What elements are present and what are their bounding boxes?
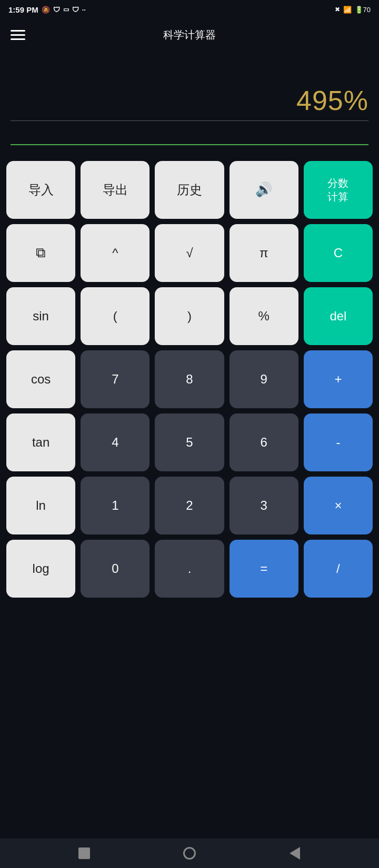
tan-button[interactable]: tan xyxy=(6,413,75,471)
percent-button[interactable]: % xyxy=(230,287,298,345)
dots-icon: ·· xyxy=(82,6,86,14)
mute-icon: 🔕 xyxy=(42,6,50,14)
keypad: 导入导出历史🔊分数 计算⧉^√πCsin()%delcos789+tan456-… xyxy=(0,156,379,839)
main-divider xyxy=(11,120,368,121)
minus-button[interactable]: - xyxy=(304,413,373,471)
key-row-4: tan456- xyxy=(6,413,373,471)
vpn2-icon: 🛡 xyxy=(72,6,79,14)
log-button[interactable]: log xyxy=(6,540,75,598)
stop-icon xyxy=(78,847,90,859)
delete-button[interactable]: del xyxy=(304,287,373,345)
key-2[interactable]: 2 xyxy=(155,477,224,534)
history-button[interactable]: 历史 xyxy=(155,161,224,219)
display-area: 495% xyxy=(0,51,379,156)
decimal-button[interactable]: . xyxy=(155,540,224,598)
green-divider xyxy=(11,144,368,145)
key-6[interactable]: 6 xyxy=(230,413,298,471)
nav-back-button[interactable] xyxy=(287,846,302,861)
back-icon xyxy=(290,847,300,860)
sound-button[interactable]: 🔊 xyxy=(230,161,298,219)
status-right-icons: ✖ 📶 🔋70 xyxy=(335,6,371,14)
fraction-calc-button[interactable]: 分数 计算 xyxy=(304,161,373,219)
key-5[interactable]: 5 xyxy=(155,413,224,471)
clear-button[interactable]: C xyxy=(304,224,373,282)
power-button[interactable]: ^ xyxy=(81,224,149,282)
key-row-3: cos789+ xyxy=(6,350,373,408)
home-icon xyxy=(183,847,196,860)
status-time: 1:59 PM 🔕 🛡 ▭ 🛡 ·· xyxy=(8,5,86,14)
key-4[interactable]: 4 xyxy=(81,413,149,471)
equals-button[interactable]: = xyxy=(230,540,298,598)
sqrt-button[interactable]: √ xyxy=(155,224,224,282)
pi-button[interactable]: π xyxy=(230,224,298,282)
key-row-6: log0.=/ xyxy=(6,540,373,598)
vpn-icon: 🛡 xyxy=(53,6,60,14)
key-0[interactable]: 0 xyxy=(81,540,149,598)
nav-bar xyxy=(0,839,379,868)
secondary-display xyxy=(11,127,368,144)
divide-button[interactable]: / xyxy=(304,540,373,598)
key-row-2: sin()%del xyxy=(6,287,373,345)
menu-button[interactable] xyxy=(11,30,25,40)
import-button[interactable]: 导入 xyxy=(6,161,75,219)
status-bar: 1:59 PM 🔕 🛡 ▭ 🛡 ·· ✖ 📶 🔋70 xyxy=(0,0,379,19)
ln-button[interactable]: ln xyxy=(6,477,75,534)
close-paren-button[interactable]: ) xyxy=(155,287,224,345)
multiply-button[interactable]: × xyxy=(304,477,373,534)
wifi-icon: 📶 xyxy=(343,6,352,14)
key-8[interactable]: 8 xyxy=(155,350,224,408)
export-button[interactable]: 导出 xyxy=(81,161,149,219)
key-7[interactable]: 7 xyxy=(81,350,149,408)
key-9[interactable]: 9 xyxy=(230,350,298,408)
battery-icon: 🔋70 xyxy=(355,6,371,14)
screen-record-icon: ✖ xyxy=(335,6,340,13)
time-display: 1:59 PM xyxy=(8,5,38,14)
key-row-5: ln123× xyxy=(6,477,373,534)
screen-icon: ▭ xyxy=(63,6,69,13)
cos-button[interactable]: cos xyxy=(6,350,75,408)
copy-button[interactable]: ⧉ xyxy=(6,224,75,282)
title-bar: 科学计算器 xyxy=(0,19,379,51)
key-row-1: ⧉^√πC xyxy=(6,224,373,282)
plus-button[interactable]: + xyxy=(304,350,373,408)
nav-stop-button[interactable] xyxy=(77,846,92,861)
sin-button[interactable]: sin xyxy=(6,287,75,345)
key-row-0: 导入导出历史🔊分数 计算 xyxy=(6,161,373,219)
main-display: 495% xyxy=(11,85,368,120)
app-title: 科学计算器 xyxy=(163,28,216,42)
key-1[interactable]: 1 xyxy=(81,477,149,534)
nav-home-button[interactable] xyxy=(182,846,197,861)
open-paren-button[interactable]: ( xyxy=(81,287,149,345)
key-3[interactable]: 3 xyxy=(230,477,298,534)
